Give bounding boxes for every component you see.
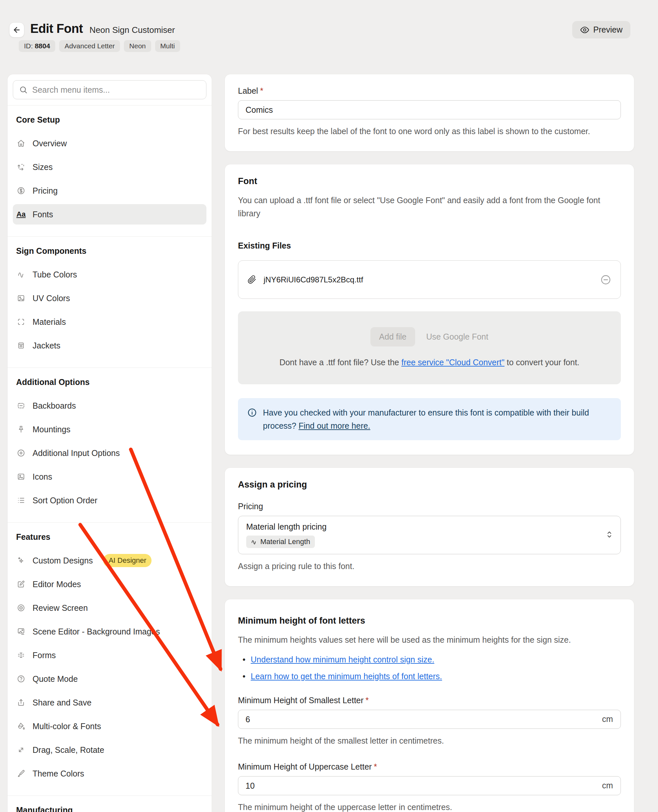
font-card: Font You can upload a .ttf font file or …: [224, 164, 634, 455]
paint-brush-icon: [17, 769, 25, 778]
sidebar-item-label: Icons: [33, 472, 52, 481]
learn-min-heights-link[interactable]: Learn how to get the minimum heights of …: [251, 672, 442, 681]
sidebar-search[interactable]: [13, 80, 207, 99]
ai-designer-badge: AI Designer: [103, 554, 152, 567]
minus-circle-icon: [600, 274, 611, 285]
sidebar-item-label: Multi-color & Fonts: [33, 722, 101, 731]
section-heading: Manufacturing: [16, 805, 207, 812]
sidebar-item-pricing[interactable]: Pricing: [13, 180, 207, 201]
sidebar-item-label: Overview: [33, 139, 67, 148]
sparkle-icon: [17, 556, 25, 565]
sidebar-item-scene-editor[interactable]: Scene Editor - Background Images: [13, 621, 207, 642]
sidebar-section-sign-components: Sign Components Tube Colors UV Colors Ma…: [8, 237, 212, 368]
home-icon: [17, 139, 25, 147]
unit-label: cm: [602, 714, 613, 724]
uppercase-letter-helper: The minimum height of the uppercase lett…: [238, 801, 621, 812]
sidebar-item-uv-colors[interactable]: UV Colors: [13, 288, 207, 308]
section-heading: Additional Options: [16, 377, 207, 387]
wave-icon: [17, 270, 25, 279]
paint-bucket-icon: [17, 722, 25, 730]
target-eye-icon: [17, 604, 25, 612]
section-heading: Core Setup: [16, 115, 207, 125]
cloud-convert-link[interactable]: free service "Cloud Convert": [401, 358, 504, 367]
sidebar-item-label: Materials: [33, 317, 66, 327]
sidebar-item-fonts[interactable]: Aa Fonts: [13, 204, 207, 224]
required-asterisk: *: [374, 762, 377, 771]
dollar-circle-icon: [17, 187, 25, 195]
sidebar-item-overview[interactable]: Overview: [13, 133, 207, 154]
preview-button[interactable]: Preview: [572, 21, 630, 38]
sidebar-item-editor-modes[interactable]: Editor Modes: [13, 574, 207, 594]
sidebar-item-custom-designs[interactable]: Custom Designs AI Designer: [13, 550, 207, 571]
find-out-more-link[interactable]: Find out more here.: [298, 421, 370, 430]
sidebar-item-tube-colors[interactable]: Tube Colors: [13, 264, 207, 285]
diagonal-arrows-icon: [17, 746, 25, 754]
wave-icon: [251, 538, 258, 546]
tag-badge: Neon: [124, 40, 151, 52]
sidebar-item-multi-color-fonts[interactable]: Multi-color & Fonts: [13, 716, 207, 737]
font-icon: Aa: [17, 210, 25, 219]
sidebar-item-quote-mode[interactable]: Quote Mode: [13, 669, 207, 689]
uppercase-letter-input[interactable]: [238, 776, 621, 795]
pricing-card-heading: Assign a pricing: [238, 480, 621, 490]
sidebar-item-label: Custom Designs: [33, 556, 93, 566]
sidebar-item-label: Fonts: [33, 210, 53, 219]
search-icon: [19, 85, 28, 94]
smallest-letter-input[interactable]: [238, 710, 621, 729]
sidebar-item-backboards[interactable]: Backboards: [13, 395, 207, 416]
image-icon: [17, 472, 25, 481]
sidebar-section-core-setup: Core Setup Overview Sizes Pricing Aa Fon…: [8, 105, 212, 237]
preview-label: Preview: [593, 25, 622, 34]
arrow-left-icon: [13, 26, 21, 34]
ordered-list-icon: [17, 496, 25, 505]
sidebar-item-share-and-save[interactable]: Share and Save: [13, 692, 207, 713]
uppercase-letter-label: Minimum Height of Uppercase Letter*: [238, 762, 621, 771]
sidebar-item-label: Editor Modes: [33, 580, 81, 589]
sidebar-item-label: Jackets: [33, 341, 61, 350]
sidebar-item-additional-input-options[interactable]: Additional Input Options: [13, 443, 207, 463]
backboard-icon: [17, 401, 25, 410]
sidebar-item-forms[interactable]: Forms: [13, 645, 207, 665]
required-asterisk: *: [260, 86, 263, 95]
sidebar-item-jackets[interactable]: Jackets: [13, 335, 207, 356]
search-input[interactable]: [32, 85, 200, 95]
sidebar-item-drag-scale-rotate[interactable]: Drag, Scale, Rotate: [13, 740, 207, 760]
compatibility-banner: Have you checked with your manufacturer …: [238, 398, 621, 440]
sidebar-item-materials[interactable]: Materials: [13, 312, 207, 332]
sidebar-item-label: Backboards: [33, 401, 76, 411]
min-height-heading: Minimum height of font letters: [238, 616, 621, 626]
back-button[interactable]: [9, 22, 24, 38]
existing-files-heading: Existing Files: [238, 241, 621, 251]
label-input[interactable]: [238, 100, 621, 119]
sidebar-item-icons[interactable]: Icons: [13, 467, 207, 487]
main-content: Label* For best results keep the label o…: [224, 74, 634, 812]
existing-file-row: jNY6RiUI6Cd987L5x2Bcq.ttf: [238, 260, 621, 299]
remove-file-button[interactable]: [600, 274, 611, 285]
eye-icon: [580, 25, 589, 34]
sidebar-item-theme-colors[interactable]: Theme Colors: [13, 763, 207, 784]
smallest-letter-label: Minimum Height of Smallest Letter*: [238, 696, 621, 705]
sidebar-item-sizes[interactable]: Sizes: [13, 157, 207, 177]
section-heading: Features: [16, 532, 207, 542]
plus-circle-icon: [17, 449, 25, 457]
sidebar-item-label: Quote Mode: [33, 674, 78, 684]
page-title: Edit Font: [30, 22, 83, 36]
paperclip-icon: [248, 275, 256, 284]
corner-brackets-icon: [17, 318, 25, 326]
sidebar-item-label: Tube Colors: [33, 270, 77, 279]
understand-min-height-link[interactable]: Understand how minimum height control si…: [251, 655, 434, 665]
min-height-links: Understand how minimum height control si…: [243, 655, 621, 681]
pricing-select[interactable]: Material length pricing Material Length: [238, 516, 621, 554]
sidebar-item-mountings[interactable]: Mountings: [13, 419, 207, 439]
sidebar-item-label: Share and Save: [33, 698, 91, 707]
add-file-button[interactable]: Add file: [370, 327, 415, 346]
resize-icon: [17, 163, 25, 171]
use-google-font-button[interactable]: Use Google Font: [426, 332, 489, 342]
sidebar-item-review-screen[interactable]: Review Screen: [13, 598, 207, 618]
jacket-box-icon: [17, 341, 25, 350]
sidebar-item-sort-option-order[interactable]: Sort Option Order: [13, 490, 207, 511]
label-card: Label* For best results keep the label o…: [224, 74, 634, 152]
sidebar-item-label: Additional Input Options: [33, 448, 120, 458]
sidebar-item-label: Mountings: [33, 425, 70, 434]
info-icon: [247, 408, 257, 432]
